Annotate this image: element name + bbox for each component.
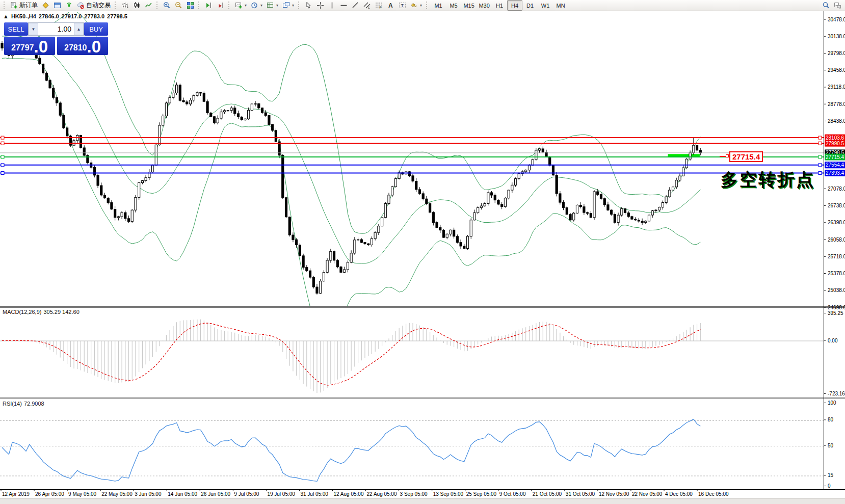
new-order-button[interactable]: 新订单 xyxy=(8,0,40,11)
windows-button[interactable]: ▾ xyxy=(280,0,296,11)
svg-text:12 Nov 05:00: 12 Nov 05:00 xyxy=(599,491,629,497)
text-button[interactable]: A xyxy=(385,0,397,11)
vertical-line-button[interactable] xyxy=(326,0,338,11)
metaquotes-button[interactable] xyxy=(40,0,51,11)
signal-icon xyxy=(65,2,73,9)
channel-icon: E xyxy=(363,2,371,9)
tf-h1-button[interactable]: H1 xyxy=(492,0,507,11)
chart-shift-button[interactable] xyxy=(203,0,215,11)
svg-text:A: A xyxy=(388,2,393,9)
svg-text:29798.0: 29798.0 xyxy=(828,50,845,56)
bars-icon xyxy=(121,2,129,9)
svg-text:-723.16: -723.16 xyxy=(828,391,845,396)
bar-chart-button[interactable] xyxy=(119,0,131,11)
svg-text:16 Dec 05:00: 16 Dec 05:00 xyxy=(698,491,729,497)
tf-m30-button[interactable]: M30 xyxy=(477,0,492,11)
ohlc-high: 27917.0 xyxy=(62,13,82,19)
text-label-button[interactable]: T xyxy=(397,0,408,11)
annotation-arrow-line xyxy=(720,156,726,157)
window2-icon xyxy=(282,2,290,9)
toolbar-grip xyxy=(115,2,117,9)
svg-text:27554.4: 27554.4 xyxy=(826,162,844,168)
signals-button[interactable] xyxy=(63,0,75,11)
volume-input[interactable]: 1.00 xyxy=(38,23,74,35)
fibonacci-button[interactable]: F xyxy=(373,0,385,11)
chat-button[interactable] xyxy=(832,0,843,11)
periods-button[interactable]: ▾ xyxy=(249,0,265,11)
buy-price-display[interactable]: 27810.0 xyxy=(57,37,108,55)
zoom-out-button[interactable] xyxy=(173,0,184,11)
zoom-in-button[interactable] xyxy=(161,0,173,11)
svg-text:28103.6: 28103.6 xyxy=(826,135,844,141)
buy-price-big-digit: .0 xyxy=(87,39,101,55)
tf-d1-button[interactable]: D1 xyxy=(522,0,538,11)
svg-text:50: 50 xyxy=(828,443,834,448)
svg-text:27990.5: 27990.5 xyxy=(826,141,844,146)
cursor-button[interactable] xyxy=(303,0,314,11)
svg-text:28778.0: 28778.0 xyxy=(828,101,845,107)
auto-scroll-button[interactable] xyxy=(215,0,226,11)
turning-point-text[interactable]: 多空转折点 xyxy=(721,168,815,192)
svg-text:395.25: 395.25 xyxy=(828,310,843,316)
arrows-button[interactable]: ▾ xyxy=(408,0,424,11)
svg-text:9 Jul 05:00: 9 Jul 05:00 xyxy=(234,491,259,497)
tf-h4-button[interactable]: H4 xyxy=(507,0,522,11)
dropdown-arrow-icon: ▾ xyxy=(260,3,262,8)
tf-m1-button[interactable]: M1 xyxy=(431,0,446,11)
new-order-button-label: 新订单 xyxy=(19,1,38,10)
tf-m15-button-label: M15 xyxy=(463,3,474,9)
tf-m5-button[interactable]: M5 xyxy=(446,0,461,11)
volume-decrease-button[interactable]: ▼ xyxy=(29,23,38,35)
indicators-button[interactable]: ▾ xyxy=(233,0,249,11)
svg-text:0.00: 0.00 xyxy=(828,338,838,343)
tile-windows-button[interactable] xyxy=(184,0,196,11)
tf-h1-button-label: H1 xyxy=(496,3,503,9)
price-annotation-box[interactable]: 27715.4 xyxy=(729,151,763,162)
volume-control: ▼ 1.00 ▲ xyxy=(28,22,84,36)
line-chart-button[interactable] xyxy=(143,0,154,11)
templates-button[interactable]: ▾ xyxy=(265,0,280,11)
volume-increase-button[interactable]: ▲ xyxy=(74,23,84,35)
toolbar-grip xyxy=(298,2,301,9)
svg-text:13 Sep 05:00: 13 Sep 05:00 xyxy=(433,491,464,497)
tf-mn-button[interactable]: MN xyxy=(553,0,568,11)
buy-button[interactable]: BUY xyxy=(84,22,108,36)
chat-icon xyxy=(834,2,841,9)
cursor-icon xyxy=(305,2,312,9)
new-order-icon xyxy=(10,2,18,9)
tf-m1-button-label: M1 xyxy=(434,3,442,9)
candlestick-chart-button[interactable] xyxy=(131,0,143,11)
svg-text:25 Sep 05:00: 25 Sep 05:00 xyxy=(466,491,497,497)
trendline-button[interactable] xyxy=(350,0,361,11)
horizontal-line-button[interactable] xyxy=(338,0,350,11)
svg-text:15: 15 xyxy=(828,472,834,478)
tf-m15-button[interactable]: M15 xyxy=(461,0,477,11)
tf-m5-button-label: M5 xyxy=(450,3,457,9)
hline-icon xyxy=(340,2,348,9)
search-button[interactable] xyxy=(820,0,832,11)
svg-text:25718.0: 25718.0 xyxy=(828,254,845,259)
dropdown-arrow-icon: ▾ xyxy=(292,3,294,8)
gold-icon xyxy=(42,2,49,9)
autotrading-button[interactable]: 自动交易 xyxy=(75,0,113,11)
sell-price-display[interactable]: 27797.0 xyxy=(4,37,55,55)
rsi-name: RSI(14) xyxy=(3,401,22,407)
equidistant-channel-button[interactable]: E xyxy=(361,0,373,11)
macd-indicator-label: MACD(12,26,9)305.29 142.60 xyxy=(3,309,82,315)
dropdown-arrow-icon: ▾ xyxy=(276,3,278,8)
chart-canvas[interactable]: 30478.030138.029798.029458.029118.028778… xyxy=(0,0,845,504)
market-watch-button[interactable] xyxy=(51,0,63,11)
svg-text:80: 80 xyxy=(828,417,834,422)
crosshair-button[interactable] xyxy=(314,0,326,11)
macd-name: MACD(12,26,9) xyxy=(3,309,41,315)
tf-w1-button[interactable]: W1 xyxy=(538,0,553,11)
svg-text:25378.0: 25378.0 xyxy=(828,271,845,276)
svg-text:26058.0: 26058.0 xyxy=(828,237,845,243)
sell-button[interactable]: SELL xyxy=(4,22,28,36)
macd-values: 305.29 142.60 xyxy=(43,309,79,315)
tf-h4-button-label: H4 xyxy=(511,3,518,9)
one-click-trading-panel: SELL ▼ 1.00 ▲ BUY 27797.0 27810.0 xyxy=(4,22,108,55)
svg-text:30138.0: 30138.0 xyxy=(828,34,845,39)
svg-text:12 Aug 05:00: 12 Aug 05:00 xyxy=(334,491,364,497)
symbol-period: HK50-,H4 xyxy=(11,13,36,19)
